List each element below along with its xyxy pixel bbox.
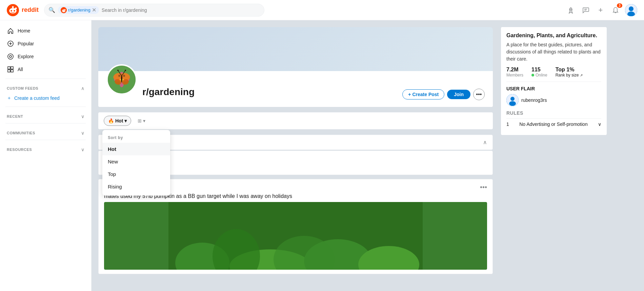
svg-point-4: [15, 7, 17, 9]
svg-rect-23: [11, 70, 13, 72]
search-input[interactable]: [102, 7, 260, 13]
notification-wrapper[interactable]: 3: [610, 5, 621, 16]
view-icon: ⊞: [138, 118, 142, 124]
view-chevron: ▾: [143, 118, 145, 124]
search-bar[interactable]: 🔍 r/gardening ✕: [44, 4, 264, 17]
all-icon: [7, 66, 14, 73]
rules-title: RULES: [506, 110, 601, 116]
collapse-icon: ∧: [483, 139, 487, 146]
community-banner: [98, 27, 493, 71]
sort-label: Hot: [115, 118, 123, 124]
search-icon: 🔍: [48, 7, 55, 13]
recent-section[interactable]: RECENT ∨: [0, 110, 91, 120]
header-actions: + 3: [565, 4, 637, 16]
search-tag-remove[interactable]: ✕: [92, 7, 96, 13]
community-name-wrapper: r/gardening: [142, 87, 195, 102]
svg-rect-22: [8, 70, 10, 72]
sidebar-divider-3: [5, 123, 86, 124]
notification-badge: 3: [617, 3, 622, 8]
user-flair-title: USER FLAIR: [506, 86, 601, 91]
online-stat: 115 Online: [531, 67, 547, 77]
chat-icon[interactable]: [580, 5, 591, 16]
communities-label: COMMUNITIES: [7, 131, 35, 135]
online-label: Online: [531, 73, 547, 77]
external-link-icon: ↗: [580, 73, 583, 77]
community-stats: 7.2M Members 115 Online Top 1%: [506, 67, 601, 77]
resources-label: RESOURCES: [7, 148, 32, 152]
online-value: 115: [531, 67, 547, 73]
resources-section[interactable]: RESOURCES ∨: [0, 143, 91, 154]
banner-background: [98, 27, 493, 71]
communities-section[interactable]: COMMUNITIES ∨: [0, 126, 91, 137]
sidebar-item-popular[interactable]: Popular: [0, 37, 91, 50]
members-stat: 7.2M Members: [506, 67, 523, 77]
create-custom-feed[interactable]: ＋ Create a custom feed: [0, 92, 91, 104]
svg-point-18: [8, 54, 13, 59]
fire-icon: 🔥: [108, 118, 114, 124]
custom-feeds-label: CUSTOM FEEDS: [7, 86, 38, 90]
recent-chevron: ∨: [81, 114, 84, 119]
svg-point-10: [65, 9, 66, 10]
communities-chevron: ∨: [81, 130, 84, 136]
explore-icon: [7, 53, 14, 60]
sort-dropdown: Sort by Hot New Top Rising: [102, 130, 170, 196]
sidebar-divider-1: [5, 79, 86, 79]
create-post-button[interactable]: + Create Post: [402, 89, 444, 99]
sort-option-top[interactable]: Top: [102, 168, 170, 180]
more-icon: •••: [476, 91, 482, 97]
search-tag[interactable]: r/gardening ✕: [58, 6, 99, 14]
home-icon: [7, 27, 14, 35]
members-value: 7.2M: [506, 67, 523, 73]
sort-hot-button[interactable]: 🔥 Hot ▾: [104, 116, 131, 126]
user-flair-section: USER FLAIR rubenrog3rs: [506, 82, 601, 106]
view-toggle-button[interactable]: ⊞ ▾: [134, 116, 149, 126]
community-header: r/gardening + Create Post Join •••: [98, 71, 493, 107]
sidebar-item-home[interactable]: Home: [0, 24, 91, 37]
logo[interactable]: reddit: [7, 4, 39, 16]
user-flair-row[interactable]: rubenrog3rs: [506, 94, 601, 106]
main-content: r/gardening + Create Post Join •••: [92, 20, 613, 291]
sort-option-rising[interactable]: Rising: [102, 180, 170, 193]
search-tag-label[interactable]: r/gardening: [68, 7, 90, 13]
sort-option-new[interactable]: New: [102, 155, 170, 168]
plus-icon[interactable]: +: [595, 5, 606, 16]
sort-bar: 🔥 Hot ▾ ⊞ ▾ Sort by Hot New Top Rising: [98, 112, 493, 129]
sidebar-divider-2: [5, 107, 86, 107]
svg-point-19: [9, 55, 12, 58]
sidebar-left: Home Popular Explore All CUSTOM FEEDS ∧ …: [0, 20, 92, 291]
rank-label[interactable]: Rank by size ↗: [556, 73, 583, 77]
plus-icon-feed: ＋: [7, 95, 12, 101]
svg-point-35: [123, 75, 125, 77]
svg-point-34: [118, 75, 120, 77]
post2-image: [104, 202, 487, 270]
community-actions: + Create Post Join •••: [402, 89, 485, 102]
reddit-logo-icon: [7, 4, 19, 16]
members-label: Members: [506, 73, 523, 77]
sidebar-item-explore[interactable]: Explore: [0, 50, 91, 63]
header: reddit 🔍 r/gardening ✕: [0, 0, 644, 20]
sidebar-item-all[interactable]: All: [0, 63, 91, 76]
svg-rect-20: [8, 67, 10, 69]
rank-value: Top 1%: [556, 67, 583, 73]
join-button[interactable]: Join: [447, 90, 470, 99]
svg-point-37: [117, 70, 119, 71]
custom-feeds-section[interactable]: CUSTOM FEEDS ∧: [0, 82, 91, 92]
sort-option-hot[interactable]: Hot: [102, 143, 170, 155]
popular-icon: [7, 40, 14, 47]
flair-username: rubenrog3rs: [521, 97, 547, 103]
svg-point-8: [63, 10, 63, 11]
more-options-button[interactable]: •••: [473, 89, 485, 100]
award-icon[interactable]: [565, 5, 576, 16]
create-feed-label: Create a custom feed: [14, 95, 60, 101]
sidebar-divider-4: [5, 140, 86, 140]
community-info-widget: Gardening, Plants, and Agriculture. A pl…: [501, 27, 607, 135]
resources-chevron: ∨: [81, 147, 84, 152]
rules-section: RULES 1 No Advertising or Self-promotion…: [506, 110, 601, 130]
community-area: r/gardening + Create Post Join •••: [98, 27, 493, 284]
svg-point-9: [64, 10, 65, 11]
post2-more-btn[interactable]: •••: [480, 183, 487, 191]
logo-text: reddit: [22, 6, 39, 14]
community-info-title: Gardening, Plants, and Agriculture.: [506, 32, 601, 39]
user-avatar[interactable]: [625, 4, 637, 16]
rule-item-1[interactable]: 1 No Advertising or Self-promotion ∨: [506, 118, 601, 130]
